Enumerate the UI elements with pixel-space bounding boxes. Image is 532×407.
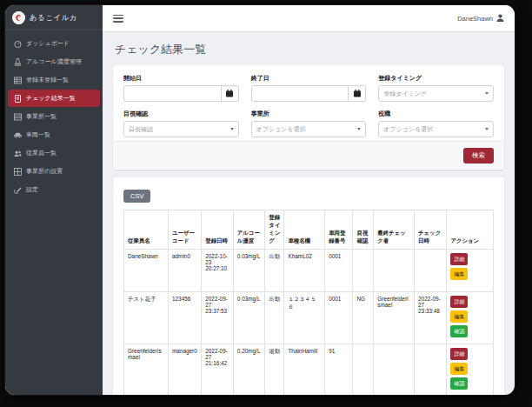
sidebar-item-list-table[interactable]: 登録未登録一覧 — [8, 71, 100, 89]
position-select[interactable]: オプションを選択 — [378, 121, 494, 137]
edit-button[interactable]: 編集 — [450, 310, 468, 323]
timing-select[interactable]: 登録タイミング — [378, 85, 494, 102]
edit-button[interactable]: 編集 — [450, 363, 468, 375]
cell-employee: テスト花子 — [124, 292, 169, 344]
cell-actions: 詳細編集確認 — [447, 292, 494, 344]
column-header: 登録日時 — [202, 210, 234, 250]
cell-vehicle-no: 91 — [325, 344, 353, 396]
confirm-button[interactable]: 確認 — [450, 377, 468, 390]
sidebar-item-label: 設定 — [26, 185, 38, 194]
detail-button[interactable]: 詳細 — [450, 348, 468, 360]
column-header: 目視確認 — [353, 210, 374, 250]
search-button[interactable]: 検索 — [463, 148, 494, 163]
table-header-row: 従業員名ユーザーコード登録日時アルコール濃度登録タイミング車種名欄車両登録番号目… — [124, 210, 494, 250]
cell-actions: 詳細編集 — [447, 250, 494, 292]
column-header: 車両登録番号 — [325, 210, 353, 250]
sidebar-item-alcohol-gauge[interactable]: アルコール濃度管理 — [8, 53, 100, 70]
office-select[interactable]: オプションを選択 — [251, 121, 367, 137]
chevron-down-icon — [357, 128, 361, 130]
sidebar-item-settings-edit[interactable]: 設定 — [8, 181, 100, 198]
filter-card-footer: 検索 — [113, 141, 504, 170]
column-header: アルコール濃度 — [233, 210, 265, 250]
end-date-input[interactable] — [251, 85, 349, 102]
cell-checked-at — [415, 250, 447, 292]
cell-alcohol: 0.20mg/L — [233, 344, 265, 396]
column-header: チェック日時 — [415, 210, 447, 250]
sidebar-item-label: 従業員一覧 — [26, 149, 57, 157]
field-position: 役職 オプションを選択 — [378, 110, 494, 137]
results-card: CSV 従業員名ユーザーコード登録日時アルコール濃度登録タイミング車種名欄車両登… — [113, 177, 504, 395]
cell-visual: NG — [353, 292, 374, 344]
timing-label: 登録タイミング — [378, 74, 494, 83]
results-table: 従業員名ユーザーコード登録日時アルコール濃度登録タイミング車種名欄車両登録番号目… — [123, 210, 494, 395]
cell-employee: DaneShawn — [124, 250, 169, 292]
cell-vehicle-no: 0001 — [325, 292, 353, 344]
sidebar-item-office-list[interactable]: 事業所一覧 — [8, 108, 100, 125]
cell-alcohol: 0.03mg/L — [233, 250, 265, 292]
cell-vehicle-no: 0001 — [325, 250, 353, 292]
settings-edit-icon — [14, 186, 22, 194]
cell-user-code: 123456 — [169, 292, 202, 344]
csv-export-button[interactable]: CSV — [123, 190, 150, 203]
cell-registered-at: 2022-09-27 21:16:42 — [202, 344, 234, 396]
sidebar-item-users[interactable]: 従業員一覧 — [8, 144, 100, 162]
sidebar: あるこイルカ ダッシュボードアルコール濃度管理登録未登録一覧チェック結果一覧事業… — [5, 5, 103, 395]
detail-button[interactable]: 詳細 — [450, 253, 468, 265]
field-visual-check: 目視確認 目視確認 — [123, 110, 239, 137]
cell-checked-at: 2022-09-27 23:33:48 — [415, 292, 447, 344]
cell-vehicle: KhamL02 — [284, 250, 325, 292]
start-date-label: 開始日 — [123, 74, 239, 83]
chevron-down-icon — [485, 128, 489, 130]
table-row: DaneShawnadmin02022-10-23 20:27:100.03mg… — [124, 250, 494, 292]
start-date-input[interactable] — [123, 85, 222, 102]
brand-name: あるこイルカ — [30, 13, 77, 23]
sidebar-item-label: 事業所の設置 — [26, 167, 63, 176]
cell-employee: GreenfelderIsmael — [124, 344, 169, 396]
cell-timing: 出勤 — [265, 250, 284, 292]
column-header: 最終チェック者 — [374, 210, 415, 250]
sidebar-item-label: チェック結果一覧 — [26, 94, 76, 103]
position-label: 役職 — [378, 110, 494, 118]
sidebar-item-label: ダッシュボード — [26, 39, 70, 48]
check-results-file-icon — [14, 95, 22, 103]
cell-actions: 詳細編集確認 — [447, 344, 494, 396]
cell-timing: 出勤 — [265, 292, 284, 344]
sidebar-item-dashboard[interactable]: ダッシュボード — [8, 35, 100, 52]
cell-last-checker: GreenfelderIsmael — [374, 292, 415, 344]
list-table-icon — [14, 77, 22, 84]
cell-visual — [353, 344, 374, 396]
cell-visual — [353, 250, 374, 292]
column-header: 従業員名 — [124, 210, 169, 250]
detail-button[interactable]: 詳細 — [450, 296, 468, 308]
table-body: DaneShawnadmin02022-10-23 20:27:100.03mg… — [124, 250, 494, 396]
table-row: GreenfelderIsmaelmanager02022-09-27 21:1… — [124, 344, 494, 396]
chevron-down-icon — [230, 128, 234, 130]
column-header: 登録タイミング — [265, 210, 284, 250]
cell-user-code: manager0 — [169, 344, 202, 396]
cell-last-checker — [374, 250, 415, 292]
sidebar-item-car[interactable]: 車両一覧 — [8, 126, 100, 143]
hamburger-menu-icon[interactable] — [113, 15, 123, 23]
field-start-date: 開始日 — [123, 74, 239, 102]
end-date-calendar-icon[interactable] — [349, 85, 366, 102]
content: チェック結果一覧 開始日 — [103, 32, 515, 395]
top-navbar: DaneShawn — [103, 5, 515, 32]
visual-check-label: 目視確認 — [123, 110, 239, 118]
cell-last-checker — [374, 344, 415, 396]
brand[interactable]: あるこイルカ — [5, 5, 103, 30]
app-logo-icon — [12, 11, 25, 24]
visual-check-select[interactable]: 目視確認 — [123, 121, 239, 137]
field-timing: 登録タイミング 登録タイミング — [378, 74, 494, 102]
cell-vehicle: １２３４５６ — [284, 292, 325, 344]
edit-button[interactable]: 編集 — [450, 268, 468, 280]
confirm-button[interactable]: 確認 — [450, 325, 468, 337]
cell-user-code: admin0 — [169, 250, 202, 292]
user-menu[interactable]: DaneShawn — [457, 14, 504, 23]
sidebar-item-office-setup-grid[interactable]: 事業所の設置 — [8, 163, 100, 180]
sidebar-item-check-results-file[interactable]: チェック結果一覧 — [8, 90, 100, 107]
start-date-calendar-icon[interactable] — [222, 85, 239, 102]
dashboard-icon — [14, 40, 22, 48]
main-area: DaneShawn チェック結果一覧 開始日 — [103, 5, 515, 395]
app-window: あるこイルカ ダッシュボードアルコール濃度管理登録未登録一覧チェック結果一覧事業… — [5, 5, 515, 395]
cell-vehicle: ThainHamill — [284, 344, 325, 396]
